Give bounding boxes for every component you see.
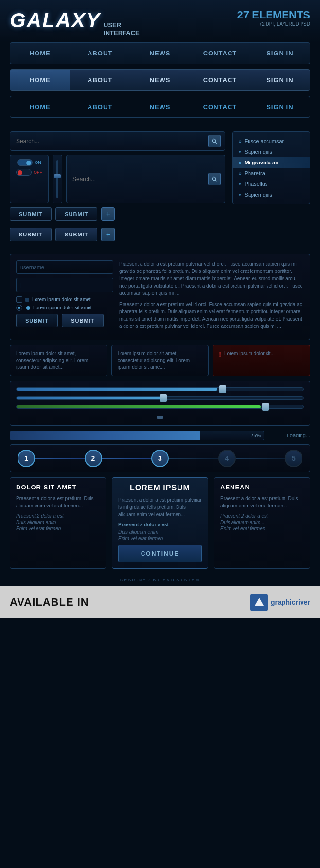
- steps-section: 1 2 3 4 5: [10, 444, 310, 472]
- list-item-3[interactable]: » Pharetra: [233, 168, 310, 179]
- toggle-row: ON OFF: [10, 155, 225, 203]
- ui-elements-section: ON OFF: [0, 127, 320, 249]
- form-checkboxes: Lorem ipsum dolor sit amet Lorem ipsum d…: [16, 296, 113, 311]
- step-2[interactable]: 2: [85, 450, 102, 467]
- form-right: Praesent a dolor a est pretium pulvinar …: [119, 260, 304, 334]
- chevron-icon-5: »: [239, 192, 242, 198]
- nav-item-signin-1[interactable]: SIGN IN: [250, 43, 310, 64]
- search-input-1[interactable]: [14, 137, 208, 145]
- search-input-2[interactable]: [71, 175, 208, 183]
- nav-item-news-3[interactable]: NEWS: [130, 96, 190, 117]
- plus-btn-1[interactable]: +: [101, 207, 115, 221]
- form-section: | Lorem ipsum dolor sit amet Lorem ipsum…: [10, 254, 310, 340]
- card-3: AENEAN Praesent a dolor a est pretium. D…: [214, 477, 310, 569]
- vert-slider-track: [56, 160, 58, 198]
- elements-sub: 72 DPI, LAYERED PSD: [237, 21, 310, 27]
- exclamation-icon: !: [219, 350, 221, 360]
- card-3-title: AENEAN: [220, 484, 304, 491]
- checkbox-1[interactable]: [16, 296, 22, 303]
- alert-text-3: Lorem ipsum dolor sit...: [224, 350, 275, 357]
- card-1-list-2: Enim vel erat fermen: [16, 526, 100, 531]
- toggle-on[interactable]: ON: [17, 159, 41, 166]
- vert-slider-thumb[interactable]: [54, 174, 61, 178]
- checkbox-row: Lorem ipsum dolor sit amet: [16, 296, 113, 303]
- slider-track-3[interactable]: [16, 405, 304, 409]
- nav-item-contact-3[interactable]: CONTACT: [190, 96, 250, 117]
- list-item-4[interactable]: » Phasellus: [233, 179, 310, 189]
- submit-btn-4[interactable]: Submit: [55, 228, 97, 241]
- progress-section: 75% Loading...: [10, 431, 310, 440]
- list-item-0[interactable]: » Fusce accumsan: [233, 136, 310, 146]
- card-1-list-0: Praesent 2 dolor a est: [16, 513, 100, 519]
- radio-row: Lorem ipsum dolor sit amet: [16, 305, 113, 311]
- card-2-bold-text: Praesent a dolor a est: [118, 522, 202, 527]
- step-5[interactable]: 5: [285, 450, 302, 467]
- slider-track-1[interactable]: [16, 387, 304, 391]
- nav-item-about-3[interactable]: ABOUT: [70, 96, 130, 117]
- search-bar-2[interactable]: [66, 155, 225, 203]
- graphicriver-logo: graphicriver: [250, 594, 310, 611]
- toggle-switch-off[interactable]: [16, 169, 32, 176]
- nav-item-news-1[interactable]: NEWS: [130, 43, 190, 64]
- nav-item-signin-2[interactable]: SIGN IN: [250, 70, 310, 90]
- nav-item-contact-1[interactable]: CONTACT: [190, 43, 250, 64]
- continue-button[interactable]: CONTINUE: [118, 545, 202, 562]
- chevron-icon-3: »: [239, 171, 242, 176]
- submit-btn-3[interactable]: Submit: [10, 228, 52, 241]
- nav-item-contact-2[interactable]: CONTACT: [190, 70, 250, 90]
- checkbox-dot: [25, 298, 29, 302]
- radio-1[interactable]: [16, 305, 22, 311]
- chevron-icon-0: »: [239, 139, 242, 144]
- search-icon-btn-1[interactable]: [208, 135, 221, 147]
- card-2-text: Praesent a dolor a est pretium pulvinar …: [118, 496, 202, 518]
- submit-btn-2[interactable]: Submit: [55, 207, 97, 221]
- slider-thumb-3[interactable]: [262, 403, 269, 411]
- vertical-slider[interactable]: [53, 155, 62, 203]
- svg-point-2: [213, 177, 216, 181]
- card-2: LOREM IPSUM Praesent a dolor a est preti…: [112, 477, 208, 569]
- step-1[interactable]: 1: [18, 450, 35, 467]
- nav-item-about-1[interactable]: ABOUT: [70, 43, 130, 64]
- form-text-2: Praesent a dolor a est pretium vel id or…: [119, 301, 304, 330]
- slider-thumb-2[interactable]: [160, 394, 167, 402]
- form-submit-2[interactable]: Submit: [62, 314, 104, 327]
- toggle-on-label: ON: [35, 160, 41, 165]
- nav-item-home-3[interactable]: HOME: [10, 96, 70, 117]
- logo-galaxy: GALAXY: [10, 9, 101, 32]
- alert-box-1: Lorem ipsum dolor sit amet, consectetur …: [10, 345, 107, 376]
- list-item-5[interactable]: » Sapien quis: [233, 189, 310, 200]
- submit-btn-1[interactable]: Submit: [10, 207, 52, 221]
- chevron-icon-4: »: [239, 181, 242, 187]
- svg-line-1: [215, 142, 217, 144]
- form-text-1: Praesent a dolor a est pretium pulvinar …: [119, 260, 304, 297]
- nav-item-news-2[interactable]: NEWS: [130, 70, 190, 90]
- cards-section: DOLOR SIT AMET Praesent a dolor a est pr…: [10, 477, 310, 569]
- logo-subtitle: USER INTERFACE: [104, 21, 140, 36]
- list-item-1[interactable]: » Sapien quis: [233, 146, 310, 157]
- nav-item-signin-3[interactable]: SIGN IN: [250, 96, 310, 117]
- slider-track-2[interactable]: [16, 396, 304, 400]
- card-3-list-2: Enim vel erat fermen: [220, 526, 304, 531]
- toggle-switch-on[interactable]: [17, 159, 33, 166]
- nav-section-1: HOME ABOUT NEWS CONTACT SIGN IN HOME ABO…: [0, 42, 320, 127]
- svg-point-0: [213, 139, 216, 143]
- card-2-list-0: Duis aliquam enim: [118, 529, 202, 535]
- nav-item-about-2[interactable]: ABOUT: [70, 70, 130, 90]
- radio-dot: [18, 307, 20, 309]
- alerts-section: Lorem ipsum dolor sit amet, consectetur …: [10, 345, 310, 376]
- nav-item-home-2[interactable]: HOME: [10, 70, 70, 90]
- form-submit-1[interactable]: Submit: [16, 314, 58, 327]
- plus-btn-2[interactable]: +: [101, 228, 115, 241]
- search-bar-1[interactable]: [10, 131, 225, 151]
- username-field[interactable]: [16, 260, 113, 274]
- search-icon-btn-2[interactable]: [208, 173, 221, 185]
- gr-text: graphicriver: [271, 598, 310, 606]
- step-4[interactable]: 4: [218, 450, 236, 467]
- list-item-2[interactable]: » Mi gravida ac: [233, 157, 310, 168]
- nav-item-home-1[interactable]: HOME: [10, 43, 70, 64]
- elements-count: 27 ELEMENTS: [237, 9, 310, 21]
- slider-fill-3: [17, 405, 261, 408]
- slider-thumb-1[interactable]: [219, 385, 226, 393]
- step-3[interactable]: 3: [151, 450, 169, 467]
- toggle-off[interactable]: OFF: [16, 169, 42, 176]
